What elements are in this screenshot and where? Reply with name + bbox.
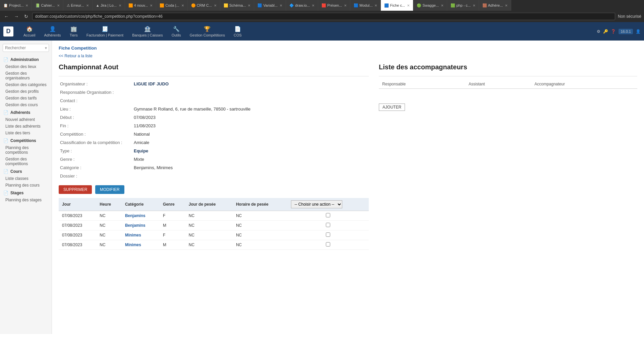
- row-checkbox-3[interactable]: [326, 242, 330, 247]
- address-input[interactable]: [32, 13, 615, 20]
- administration-doc-icon: 📄: [3, 57, 8, 62]
- cell-heure: NC: [96, 221, 122, 230]
- tab-fiche[interactable]: 🟦 Fiche c... ✕: [381, 0, 413, 11]
- cell-horaire-pesee: NC: [233, 240, 288, 250]
- tab-4nouv[interactable]: 🟧 4 nouv... ✕: [125, 0, 156, 11]
- sidebar-link-gestion-categories[interactable]: Gestion des catégories: [0, 81, 52, 88]
- cell-categorie[interactable]: Benjamins: [122, 211, 160, 221]
- sidebar-section-adherents: 📄 Adhérents: [0, 108, 52, 116]
- alert-icon[interactable]: ❓: [611, 29, 616, 34]
- cell-checkbox: [288, 240, 369, 250]
- nav-accueil-label: Accueil: [23, 33, 35, 37]
- user-avatar[interactable]: 👤: [636, 29, 641, 34]
- tab-crm[interactable]: 🟠 CRM C... ✕: [188, 0, 220, 11]
- tab-schema[interactable]: 🟨 Schéma... ✕: [220, 0, 254, 11]
- accompagnateurs-title: Liste des accompagnateurs: [379, 63, 637, 71]
- sidebar-link-gestion-profils[interactable]: Gestion des profils: [0, 88, 52, 95]
- field-type: Type : Equipe: [59, 147, 369, 155]
- tab-drawio[interactable]: 🔷 draw.io... ✕: [286, 0, 318, 11]
- nav-accueil[interactable]: 🏠 Accueil: [20, 24, 39, 39]
- sidebar-link-planning-cours[interactable]: Planning des cours: [0, 182, 52, 189]
- adherents-title: Adhérents: [10, 110, 30, 115]
- tab-cahier[interactable]: 📗 Cahier... ✕: [32, 0, 63, 11]
- outils-icon: 🔧: [173, 26, 180, 32]
- nav-cos[interactable]: 📄 COS: [230, 24, 245, 39]
- cell-genre: F: [160, 211, 185, 221]
- sidebar-link-planning-competitions[interactable]: Planning des competitions: [0, 144, 52, 156]
- cell-jour: 07/08/2023: [59, 240, 96, 250]
- modifier-button[interactable]: MODIFIER: [95, 185, 124, 194]
- row-checkbox-2[interactable]: [326, 232, 330, 237]
- sidebar-link-gestion-tarifs[interactable]: Gestion des tarifs: [0, 95, 52, 101]
- sidebar-link-planning-stages[interactable]: Planning des stages: [0, 197, 52, 203]
- settings-icon[interactable]: ⚙: [597, 29, 600, 34]
- field-contact: Contact :: [59, 96, 369, 105]
- sidebar-link-liste-tiers[interactable]: Liste des tiers: [0, 130, 52, 136]
- field-categorie: Catégorie : Benjamins, Minimes: [59, 163, 369, 172]
- tab-bar: 📋 Project... ✕ 📗 Cahier... ✕ ⚠ Erreur...…: [0, 0, 644, 11]
- banques-icon: 🏦: [144, 26, 151, 32]
- supprimer-button[interactable]: SUPPRIMER: [59, 185, 92, 194]
- label-genre: Genre :: [59, 155, 132, 163]
- tab-erreur[interactable]: ⚠ Erreur... ✕: [63, 0, 93, 11]
- nav-facturation-label: Facturation | Paiement: [86, 33, 123, 37]
- tab-swagger[interactable]: 🟢 Swagge... ✕: [413, 0, 447, 11]
- search-input[interactable]: [3, 44, 49, 52]
- tab-present[interactable]: 🟥 Présen... ✕: [318, 0, 350, 11]
- cell-categorie[interactable]: Benjamins: [122, 221, 160, 230]
- ajouter-button[interactable]: AJOUTER: [379, 103, 405, 111]
- tab-variable[interactable]: 🟦 Variabl... ✕: [254, 0, 286, 11]
- label-categorie: Catégorie :: [59, 163, 132, 172]
- col-assistant: Assistant: [465, 80, 531, 89]
- nav-outils[interactable]: 🔧 Outils: [168, 24, 184, 39]
- main-layout: ▼ 📄 Administration Gestion des lieux Ges…: [0, 41, 644, 334]
- cell-jour-pesee: NC: [185, 221, 233, 230]
- accompagnateurs-table: Responsable Assistant Accompagnateur: [379, 80, 637, 97]
- row-checkbox-0[interactable]: [326, 213, 330, 217]
- tab-jira[interactable]: ▲ Jira | Lo... ✕: [93, 0, 125, 11]
- help-icon[interactable]: 🔑: [603, 29, 608, 34]
- reload-button[interactable]: ↻: [23, 14, 30, 19]
- row-checkbox-1[interactable]: [326, 223, 330, 227]
- forward-button[interactable]: →: [13, 14, 20, 19]
- nav-facturation[interactable]: 🧾 Facturation | Paiement: [83, 24, 127, 39]
- label-lieu: Lieu :: [59, 105, 132, 113]
- back-link[interactable]: << Retour a la liste: [59, 54, 93, 58]
- adherents-doc-icon: 📄: [3, 110, 8, 115]
- cell-categorie[interactable]: Minimes: [122, 230, 160, 240]
- security-label: Non sécurisé: [618, 14, 641, 19]
- tab-module[interactable]: 🟦 Modul... ✕: [350, 0, 381, 11]
- table-row: 07/08/2023 NC Benjamins F NC NC: [59, 211, 369, 221]
- cell-genre: M: [160, 221, 185, 230]
- cell-horaire-pesee: NC: [233, 211, 288, 221]
- sidebar-link-gestion-competitions[interactable]: Gestion des competitions: [0, 156, 52, 167]
- back-button[interactable]: ←: [3, 14, 10, 19]
- tab-php[interactable]: 🟩 php - c... ✕: [447, 0, 479, 11]
- tab-adhere[interactable]: 🟫 Adhére... ✕: [479, 0, 511, 11]
- field-fin: Fin : 11/08/2023: [59, 122, 369, 130]
- action-select[interactable]: -- Choisir une action --: [291, 200, 342, 208]
- tab-coda[interactable]: 🟧 Coda |... ✕: [156, 0, 187, 11]
- address-bar: ← → ↻ Non sécurisé: [0, 11, 644, 22]
- nav-cos-label: COS: [234, 33, 242, 37]
- nav-adherents[interactable]: 👤 Adhérents: [41, 24, 64, 39]
- app-logo[interactable]: D: [3, 26, 13, 37]
- sidebar-link-liste-adherents[interactable]: Liste des adhérents: [0, 123, 52, 130]
- cell-horaire-pesee: NC: [233, 230, 288, 240]
- sidebar-link-nouvel-adherent[interactable]: Nouvel adhérent: [0, 116, 52, 123]
- field-debut: Début : 07/08/2023: [59, 113, 369, 122]
- label-classification: Classification de la compétition :: [59, 138, 132, 147]
- field-dossier: Dossier :: [59, 172, 369, 180]
- sidebar-section-competitions: 📄 Compétitions: [0, 136, 52, 144]
- label-competition: Compétition :: [59, 130, 132, 138]
- tab-project[interactable]: 📋 Project... ✕: [0, 0, 32, 11]
- cell-categorie[interactable]: Minimes: [122, 240, 160, 250]
- sidebar-link-gestion-organisateurs[interactable]: Gestion des organisateurs: [0, 70, 52, 81]
- sidebar-link-gestion-cours[interactable]: Gestion des cours: [0, 101, 52, 108]
- nav-gestion-competitions[interactable]: 🏆 Gestion Compétitions: [186, 24, 228, 39]
- nav-tiers[interactable]: 🏢 Tiers: [66, 24, 81, 39]
- nav-banques[interactable]: 🏦 Banques | Caisses: [129, 24, 166, 39]
- sidebar-link-liste-classes[interactable]: Liste classes: [0, 175, 52, 182]
- cell-checkbox: [288, 211, 369, 221]
- sidebar-link-gestion-lieux[interactable]: Gestion des lieux: [0, 63, 52, 70]
